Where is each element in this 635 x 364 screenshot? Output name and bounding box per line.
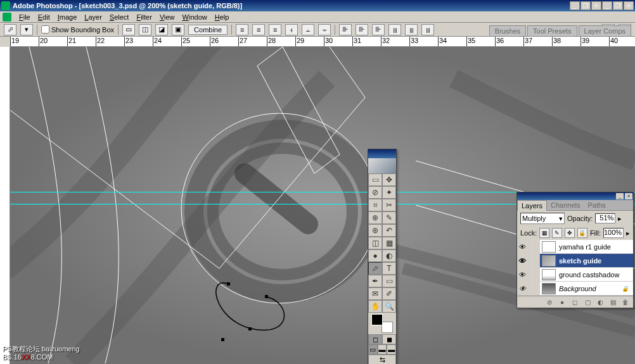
align-1[interactable]: ≡ [236, 24, 248, 35]
layer-row[interactable]: 👁Background🔒 [517, 282, 633, 296]
tool-eraser[interactable]: ◫ [368, 237, 382, 249]
align-2[interactable]: ≡ [252, 24, 265, 35]
tool-preset-dropdown[interactable]: ⬀ [4, 24, 16, 35]
layer-link-cell[interactable] [529, 282, 540, 296]
eye-icon[interactable]: 👁 [517, 268, 529, 282]
layer-thumbnail[interactable] [542, 283, 556, 294]
palette-tab-layer-comps[interactable]: Layer Comps [579, 25, 631, 37]
menu-image[interactable]: Image [54, 13, 81, 22]
tool-lasso[interactable]: ⊘ [368, 186, 382, 199]
tool-shape[interactable]: ▭ [382, 275, 396, 287]
eye-icon[interactable]: 👁 [517, 254, 529, 268]
layer-thumbnail[interactable] [542, 269, 556, 280]
distribute-2[interactable]: ⊪ [356, 24, 368, 35]
tool-blur[interactable]: ● [368, 249, 382, 262]
tool-wand[interactable]: ✦ [382, 186, 396, 199]
align-6[interactable]: ⫟ [318, 24, 331, 35]
new-layer-button[interactable]: ▤ [608, 298, 618, 306]
eye-icon[interactable]: 👁 [517, 240, 529, 254]
color-swatches[interactable] [369, 314, 395, 333]
tool-stamp[interactable]: ⊛ [368, 224, 382, 237]
menu-window[interactable]: Window [179, 13, 211, 22]
arrow-dropdown[interactable]: ▾ [20, 24, 33, 35]
palette-tab-tool-presets[interactable]: Tool Presets [527, 25, 577, 37]
lock-position-button[interactable]: ✥ [565, 228, 575, 238]
tool-marquee-rect[interactable]: ▭ [368, 173, 382, 186]
align-5[interactable]: ⫠ [302, 24, 314, 35]
distribute-6[interactable]: ⫼ [421, 24, 434, 35]
tool-gradient[interactable]: ▦ [382, 237, 396, 249]
menu-view[interactable]: View [156, 13, 179, 22]
panel-tab-channels[interactable]: Channels [547, 200, 584, 210]
tool-notes[interactable]: ✉ [368, 287, 382, 300]
layer-mask-button[interactable]: ◻ [570, 298, 580, 306]
blend-mode-select[interactable]: Multiply▾ [520, 213, 565, 224]
menu-help[interactable]: Help [211, 13, 233, 22]
palette-tab-brushes[interactable]: Brushes [489, 25, 526, 37]
pathop-4[interactable]: ▣ [172, 24, 184, 35]
show-bounding-box-checkbox[interactable]: Show Bounding Box [41, 25, 114, 34]
layer-row[interactable]: 👁sketch guide [517, 254, 633, 268]
distribute-5[interactable]: ⫼ [405, 24, 418, 35]
distribute-3[interactable]: ⊪ [372, 24, 385, 35]
doc-minimize-button[interactable]: _ [602, 1, 612, 10]
eye-icon[interactable]: 👁 [517, 282, 529, 296]
distribute-4[interactable]: ⫼ [388, 24, 401, 35]
combine-button[interactable]: Combine [188, 25, 228, 35]
tool-pen[interactable]: ✒ [368, 275, 382, 287]
layer-link-cell[interactable] [529, 254, 540, 268]
screenmode-full-menus[interactable]: ▬ [378, 344, 387, 355]
menu-layer[interactable]: Layer [80, 13, 106, 22]
tool-slice[interactable]: ✂ [382, 199, 396, 211]
ruler-vertical[interactable] [0, 47, 10, 364]
tool-move[interactable]: ✥ [382, 173, 396, 186]
standard-mode-button[interactable]: ◻ [368, 334, 382, 344]
tool-heal[interactable]: ⊕ [368, 211, 382, 224]
screenmode-full[interactable]: ▬ [387, 344, 396, 355]
panel-tab-paths[interactable]: Paths [584, 200, 610, 210]
tool-brush[interactable]: ✎ [382, 211, 396, 224]
screenmode-standard[interactable]: ▭ [368, 344, 378, 355]
tool-crop[interactable]: ⌗ [368, 199, 382, 211]
layer-style-button[interactable]: ● [557, 298, 567, 306]
tool-dodge[interactable]: ◐ [382, 249, 396, 262]
ruler-horizontal[interactable]: 1920212223242526272829303132333435363738… [10, 37, 635, 47]
layer-thumbnail[interactable] [542, 241, 556, 253]
tool-history[interactable]: ↶ [382, 224, 396, 237]
layer-link-cell[interactable] [529, 268, 540, 282]
menu-file[interactable]: File [15, 13, 34, 22]
quickmask-mode-button[interactable]: ◼ [382, 334, 396, 344]
menu-filter[interactable]: Filter [132, 13, 155, 22]
menu-select[interactable]: Select [106, 13, 133, 22]
lock-all-button[interactable]: 🔒 [577, 228, 587, 238]
background-color-swatch[interactable] [382, 322, 393, 333]
lock-pixels-button[interactable]: ✎ [552, 228, 562, 238]
lock-transparency-button[interactable]: ▦ [539, 228, 549, 238]
layer-thumbnail[interactable] [542, 255, 556, 267]
pathop-1[interactable]: ▭ [122, 24, 135, 35]
pathop-2[interactable]: ◫ [139, 24, 151, 35]
minimize-button[interactable]: _ [570, 1, 580, 10]
opacity-input[interactable]: 51% [595, 213, 615, 223]
tool-type[interactable]: T [382, 262, 396, 275]
align-4[interactable]: ⫞ [285, 24, 298, 35]
align-3[interactable]: ≡ [269, 24, 281, 35]
doc-close-button[interactable]: × [624, 1, 634, 10]
delete-layer-button[interactable]: 🗑 [620, 298, 631, 306]
distribute-1[interactable]: ⊪ [339, 24, 352, 35]
adjustment-layer-button[interactable]: ◐ [595, 298, 605, 306]
pathop-3[interactable]: ◪ [155, 24, 168, 35]
fill-flyout[interactable]: ▸ [626, 229, 630, 237]
toolbox-header[interactable] [368, 149, 396, 158]
menu-edit[interactable]: Edit [34, 13, 54, 22]
tool-hand[interactable]: ✋ [368, 300, 382, 313]
panel-tab-layers[interactable]: Layers [517, 200, 547, 211]
layer-link-cell[interactable] [529, 240, 540, 254]
foreground-color-swatch[interactable] [371, 314, 383, 325]
tool-eyedrop[interactable]: ✐ [382, 287, 396, 300]
tool-zoom[interactable]: 🔍 [382, 300, 396, 313]
layer-row[interactable]: 👁yamaha r1 guide [517, 240, 633, 254]
layer-link-button[interactable]: ⊘ [544, 298, 555, 306]
close-button[interactable]: × [591, 1, 601, 10]
doc-restore-button[interactable]: ❐ [613, 1, 623, 10]
